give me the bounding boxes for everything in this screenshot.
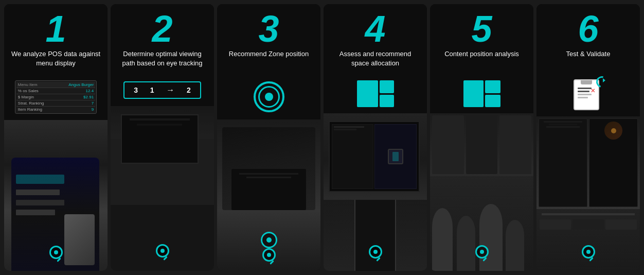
- value-sales: 12.4: [86, 89, 94, 93]
- card-2-top: 2 Determine optimal viewing path based o…: [111, 4, 214, 106]
- light-panel-1: [432, 115, 464, 174]
- table-row-item: Item Ranking 9: [16, 107, 95, 112]
- counter-items: [536, 219, 640, 230]
- screen-bar-2: [16, 190, 60, 195]
- col-value: Angus Burger: [68, 82, 94, 87]
- step-4-number: 4: [365, 10, 385, 47]
- space-grid: [357, 80, 394, 107]
- card-6-visual: [536, 116, 640, 271]
- clip-line-3: [578, 94, 592, 95]
- person-2: [457, 216, 475, 271]
- step-6-label: Test & Validate: [566, 49, 611, 78]
- mb-line-2: [549, 124, 578, 125]
- clip-line-4: [578, 97, 588, 98]
- table-row-strat: Strat. Ranking 7: [16, 100, 95, 107]
- counter-top: [542, 213, 635, 215]
- menu-panel: [231, 169, 306, 211]
- mag-circle-1: [49, 246, 63, 259]
- table-row-sales: % os Sales 12.4: [16, 88, 95, 94]
- eye-pos-2: 2: [187, 86, 191, 94]
- menu-board-1: [539, 118, 587, 207]
- mag-circle-6: [582, 245, 595, 259]
- card-4: 4 Assess and recommend space allocation: [324, 4, 427, 271]
- eye-pos-1: 1: [150, 86, 154, 94]
- card-2: 2 Determine optimal viewing path based o…: [111, 4, 214, 271]
- space-cell-top-right: [380, 80, 394, 93]
- clipboard-body: ✕: [574, 79, 599, 110]
- counter-area: [536, 209, 640, 271]
- card-4-magnifier: [369, 245, 382, 259]
- section-line-1: [334, 126, 364, 128]
- step-3-label: Recommend Zone position: [229, 49, 309, 78]
- mag-dot-5: [480, 250, 484, 254]
- ceiling-area: [430, 113, 533, 176]
- mag-dot-6: [586, 250, 591, 254]
- menu-section-1: [332, 124, 373, 189]
- card-5-magnifier: [475, 245, 489, 259]
- mag-circle-5: [475, 245, 489, 259]
- card-3-photo: [217, 119, 320, 271]
- card-2-photo: [111, 106, 214, 271]
- card-4-top: 4 Assess and recommend space allocation: [324, 4, 427, 113]
- card-5: 5 Content position analysis: [430, 4, 533, 271]
- card-1-photo: [4, 120, 108, 271]
- clip-line-1: [578, 88, 592, 89]
- counter-item-3: [605, 219, 637, 230]
- label-sales: % os Sales: [18, 89, 39, 93]
- screen-bar-1: [16, 175, 64, 184]
- card-3-magnifier: [262, 248, 276, 262]
- card-5-top: 5 Content position analysis: [430, 4, 533, 113]
- light-panel-3: [499, 115, 531, 174]
- refresh-arrow: [603, 78, 605, 82]
- clipboard-container: ✕: [574, 79, 603, 111]
- card-3-top: 3 Recommend Zone position: [217, 4, 320, 119]
- menu-line-1: [239, 173, 299, 175]
- card-6-photo: [536, 116, 640, 271]
- card-2-visual: [111, 106, 214, 271]
- table-row-margin: $ Margin $2.91: [16, 94, 95, 100]
- card-3: 3 Recommend Zone position: [217, 4, 320, 271]
- space-cell-bottom-right: [380, 95, 394, 108]
- step-4-label: Assess and recommend space allocation: [330, 49, 421, 78]
- card-6-top: 6 Test & Validate ✕: [536, 4, 640, 116]
- door-graphic: [354, 200, 396, 271]
- card-4-photo: [324, 113, 427, 271]
- content-block-bottom-right: [485, 95, 500, 108]
- card-1-visual: [4, 120, 108, 271]
- card-6: 6 Test & Validate ✕: [536, 4, 640, 271]
- section-line-2: [334, 129, 356, 130]
- clipboard-clip: [581, 80, 592, 84]
- card-3-visual: [217, 119, 320, 271]
- value-item: 9: [92, 107, 94, 112]
- mag-handle-3: [270, 261, 274, 265]
- mag-dot-2: [160, 249, 165, 253]
- clip-line-2: [578, 91, 590, 92]
- mb-line-1: [544, 121, 582, 123]
- space-cell-left: [357, 80, 378, 107]
- card-1: 1 We analyze POS data against menu displ…: [4, 4, 108, 271]
- menu-board-large: [329, 121, 420, 192]
- bullseye-large: [254, 81, 284, 112]
- pizza-circle: [604, 122, 622, 140]
- person-1: [432, 208, 453, 271]
- step-2-number: 2: [152, 10, 172, 47]
- menu-section-2: [374, 124, 416, 189]
- card-4-visual: [324, 113, 427, 271]
- menu-board-grid: [330, 122, 419, 191]
- screen-bar-3: [16, 200, 64, 205]
- mag-dot-1: [54, 250, 58, 254]
- menu-boards-area: [536, 116, 640, 209]
- card-2-magnifier: [156, 244, 169, 257]
- eye-track-diagram: 3 1 → 2: [123, 81, 201, 99]
- arrow-icon: →: [166, 85, 174, 95]
- label-item: Item Ranking: [18, 107, 42, 112]
- menu-line-2: [246, 177, 291, 178]
- drink-graphic: [388, 149, 403, 164]
- counter-item-1: [540, 219, 571, 230]
- content-blocks-grid: [463, 80, 500, 107]
- pizza-center: [611, 128, 616, 133]
- counter-item-2: [573, 219, 604, 230]
- bullseye-sm-outer: [261, 232, 277, 248]
- content-block-left-tall: [463, 80, 484, 107]
- mb-line-3: [546, 126, 580, 128]
